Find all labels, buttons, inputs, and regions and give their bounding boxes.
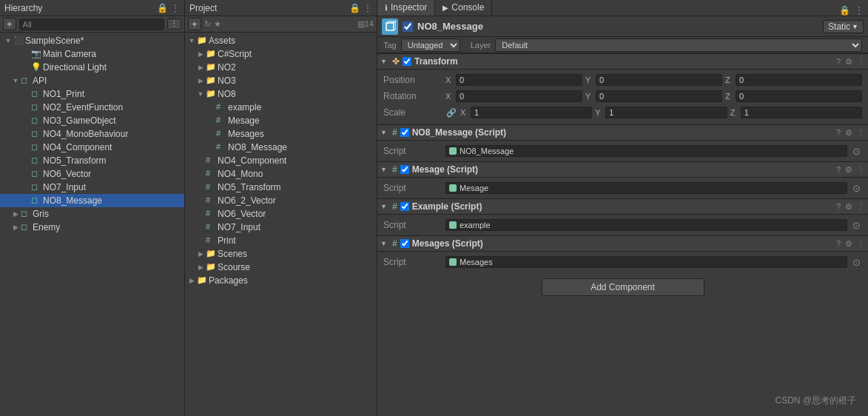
transform-component-header[interactable]: ▼ ✤ Transform ? ⚙ ⋮ bbox=[377, 53, 868, 70]
project-item-csharp[interactable]: ▶ 📁 C#Script bbox=[185, 47, 377, 61]
hierarchy-item-samplescene[interactable]: ▼ ⬛ SampleScene* bbox=[0, 34, 184, 47]
transform-body: Position X Y Z Rotatio bbox=[377, 70, 868, 124]
object-enabled-checkbox[interactable] bbox=[403, 21, 413, 32]
hierarchy-item-no6[interactable]: ◻ NO6_Vector bbox=[0, 167, 184, 181]
inspector-menu-icon[interactable]: ⋮ bbox=[855, 5, 864, 16]
mesage-help-icon[interactable]: ? bbox=[836, 165, 841, 175]
mesages-script-enabled-checkbox[interactable] bbox=[400, 239, 409, 248]
project-item-print[interactable]: # Print bbox=[185, 234, 377, 247]
project-item-no2[interactable]: ▶ 📁 NO2 bbox=[185, 61, 377, 74]
no8-script-header[interactable]: ▼ # NO8_Message (Script) ? ⚙ ⋮ bbox=[377, 124, 868, 141]
project-refresh-icon[interactable]: ↻ bbox=[204, 19, 211, 29]
example-help-icon[interactable]: ? bbox=[836, 202, 841, 212]
csharp-folder-icon: 📁 bbox=[206, 49, 216, 59]
project-item-no8-message-file[interactable]: # NO8_Message bbox=[185, 141, 377, 154]
hierarchy-item-no3[interactable]: ◻ NO3_GameObject bbox=[0, 114, 184, 127]
mesage-script-circle-btn[interactable]: ⊙ bbox=[850, 183, 862, 194]
example-settings-icon[interactable]: ⚙ bbox=[845, 202, 852, 212]
tag-dropdown[interactable]: Untagged bbox=[401, 38, 460, 52]
hierarchy-item-api[interactable]: ▼ ◻ API bbox=[0, 74, 184, 87]
hierarchy-item-no4-mono[interactable]: ◻ NO4_MonoBehaviour bbox=[0, 127, 184, 141]
project-item-no4-comp[interactable]: # NO4_Component bbox=[185, 154, 377, 167]
layer-dropdown[interactable]: Default bbox=[495, 38, 862, 52]
hierarchy-menu-icon[interactable]: ⋮ bbox=[171, 3, 180, 13]
hierarchy-item-no8-message[interactable]: ◻ NO8_Message bbox=[0, 194, 184, 207]
project-menu-icon[interactable]: ⋮ bbox=[363, 3, 372, 13]
project-item-packages[interactable]: ▶ 📁 Packages bbox=[185, 274, 377, 287]
rot-z-input[interactable] bbox=[736, 90, 862, 102]
hierarchy-item-no2[interactable]: ◻ NO2_EventFunction bbox=[0, 101, 184, 114]
project-item-example[interactable]: # example bbox=[185, 101, 377, 114]
transform-help-icon[interactable]: ? bbox=[836, 57, 841, 67]
mesages-more-icon[interactable]: ⋮ bbox=[857, 239, 865, 249]
hierarchy-item-no5[interactable]: ◻ NO5_Transform bbox=[0, 154, 184, 167]
project-item-mesage[interactable]: # Mesage bbox=[185, 114, 377, 127]
directional-light-label: Directional Light bbox=[43, 62, 107, 73]
hierarchy-item-no1[interactable]: ◻ NO1_Print bbox=[0, 87, 184, 101]
hierarchy-item-gris[interactable]: ▶ ◻ Gris bbox=[0, 207, 184, 221]
example-script-header[interactable]: ▼ # Example (Script) ? ⚙ ⋮ bbox=[377, 198, 868, 215]
no8-script-row: Script NO8_Message ⊙ bbox=[383, 144, 862, 158]
mesages-settings-icon[interactable]: ⚙ bbox=[845, 239, 852, 249]
transform-enabled-checkbox[interactable] bbox=[403, 57, 411, 66]
no8-settings-icon[interactable]: ⚙ bbox=[845, 128, 852, 138]
project-item-mesages[interactable]: # Mesages bbox=[185, 127, 377, 141]
project-item-scenes[interactable]: ▶ 📁 Scenes bbox=[185, 247, 377, 261]
hierarchy-item-directional-light[interactable]: 💡 Directional Light bbox=[0, 61, 184, 74]
project-lock-icon[interactable]: 🔒 bbox=[349, 3, 360, 13]
hierarchy-search-input[interactable] bbox=[19, 19, 164, 30]
mesages-script-header[interactable]: ▼ # Mesages (Script) ? ⚙ ⋮ bbox=[377, 235, 868, 252]
packages-folder-icon: 📁 bbox=[197, 275, 207, 286]
tab-inspector[interactable]: ℹ Inspector bbox=[377, 0, 435, 16]
console-tab-label: Console bbox=[451, 2, 484, 13]
hierarchy-item-enemy[interactable]: ▶ ◻ Enemy bbox=[0, 221, 184, 234]
pos-z-input[interactable] bbox=[736, 74, 862, 86]
hierarchy-options-button[interactable]: ⋮ bbox=[167, 19, 181, 30]
no8-more-icon[interactable]: ⋮ bbox=[857, 128, 865, 138]
add-component-button[interactable]: Add Component bbox=[542, 278, 704, 296]
mesage-more-icon[interactable]: ⋮ bbox=[857, 165, 865, 175]
rot-y-input[interactable] bbox=[596, 90, 722, 102]
hierarchy-item-no4-comp[interactable]: ◻ NO4_Component bbox=[0, 141, 184, 154]
no8-script-arrow: ▼ bbox=[380, 129, 389, 136]
mesages-script-circle-btn[interactable]: ⊙ bbox=[850, 257, 862, 268]
project-star-icon[interactable]: ★ bbox=[214, 19, 221, 29]
example-script-enabled-checkbox[interactable] bbox=[400, 202, 409, 211]
pos-y-input[interactable] bbox=[596, 74, 722, 86]
scale-y-input[interactable] bbox=[605, 107, 727, 118]
project-item-no4-mono[interactable]: # NO4_Mono bbox=[185, 167, 377, 181]
example-more-icon[interactable]: ⋮ bbox=[857, 202, 865, 212]
mesages-help-icon[interactable]: ? bbox=[836, 239, 841, 249]
example-script-circle-btn[interactable]: ⊙ bbox=[850, 220, 862, 231]
mesage-script-header[interactable]: ▼ # Mesage (Script) ? ⚙ ⋮ bbox=[377, 161, 868, 178]
static-button[interactable]: Static ▼ bbox=[823, 20, 864, 33]
project-item-no5-transform[interactable]: # NO5_Transform bbox=[185, 181, 377, 194]
mesage-settings-icon[interactable]: ⚙ bbox=[845, 165, 852, 175]
project-item-no6-2-vector[interactable]: # NO6_2_Vector bbox=[185, 194, 377, 207]
rotation-label: Rotation bbox=[383, 91, 443, 101]
project-item-no3[interactable]: ▶ 📁 NO3 bbox=[185, 74, 377, 87]
project-item-no8[interactable]: ▼ 📁 NO8 bbox=[185, 87, 377, 101]
hierarchy-lock-icon[interactable]: 🔒 bbox=[157, 3, 168, 13]
mesage-script-enabled-checkbox[interactable] bbox=[400, 165, 409, 174]
hierarchy-item-main-camera[interactable]: 📷 Main Camera bbox=[0, 47, 184, 61]
no8-script-circle-btn[interactable]: ⊙ bbox=[850, 146, 862, 157]
transform-settings-icon[interactable]: ⚙ bbox=[845, 57, 852, 67]
inspector-lock-icon[interactable]: 🔒 bbox=[839, 5, 850, 16]
transform-more-icon[interactable]: ⋮ bbox=[857, 57, 865, 67]
scale-z-input[interactable] bbox=[741, 107, 862, 118]
project-item-no6-vector[interactable]: # NO6_Vector bbox=[185, 207, 377, 221]
no8-help-icon[interactable]: ? bbox=[836, 128, 841, 138]
no8-script-enabled-checkbox[interactable] bbox=[400, 128, 409, 137]
hierarchy-add-button[interactable]: + bbox=[3, 18, 16, 30]
pos-x-input[interactable] bbox=[456, 74, 582, 86]
scale-x-input[interactable] bbox=[471, 107, 592, 118]
project-add-button[interactable]: + bbox=[188, 18, 201, 30]
rot-x-input[interactable] bbox=[456, 90, 582, 102]
scale-lock-icon[interactable]: 🔗 bbox=[445, 108, 457, 118]
project-item-scourse[interactable]: ▶ 📁 Scourse bbox=[185, 261, 377, 274]
tab-console[interactable]: ▶ Console bbox=[435, 0, 492, 16]
project-item-no7-input[interactable]: # NO7_Input bbox=[185, 221, 377, 234]
project-item-assets[interactable]: ▼ 📁 Assets bbox=[185, 34, 377, 47]
hierarchy-item-no7[interactable]: ◻ NO7_Input bbox=[0, 181, 184, 194]
